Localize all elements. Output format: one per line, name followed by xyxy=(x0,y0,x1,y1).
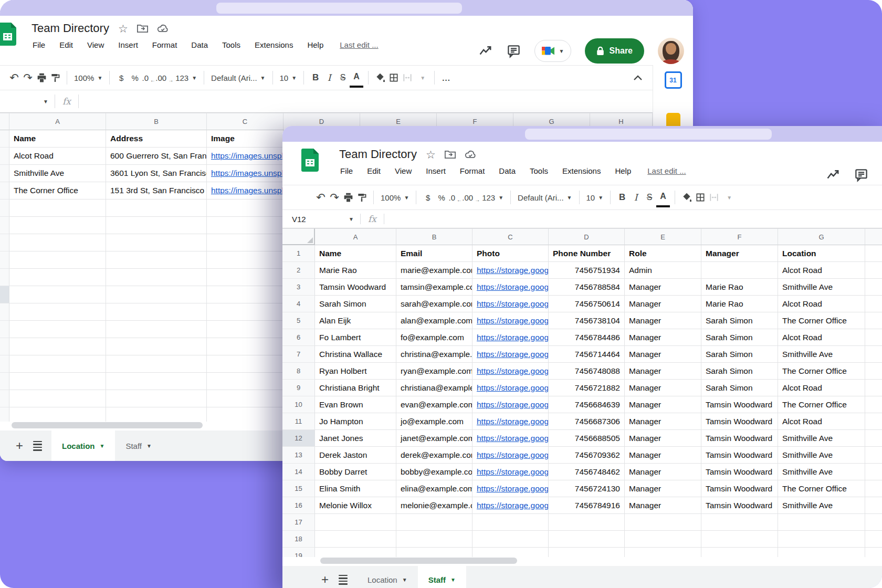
menu-insert[interactable]: Insert xyxy=(426,166,446,175)
cell[interactable] xyxy=(625,548,701,557)
cell[interactable]: 600 Guerrero St, San Francisco xyxy=(106,148,207,165)
row-header-3[interactable] xyxy=(0,165,9,182)
column-header-C[interactable]: C xyxy=(472,228,549,245)
cell[interactable]: Manager xyxy=(625,396,701,413)
more-toolbar-button[interactable]: ... xyxy=(439,69,453,87)
bold-button[interactable]: B xyxy=(309,69,322,87)
cell[interactable] xyxy=(865,548,882,557)
cell[interactable] xyxy=(396,531,472,548)
cell[interactable] xyxy=(865,413,882,430)
cell[interactable] xyxy=(207,269,284,286)
format-currency-button[interactable]: $ xyxy=(421,188,435,206)
version-history-icon[interactable] xyxy=(479,45,493,57)
cell[interactable] xyxy=(396,514,472,531)
cell[interactable] xyxy=(472,548,549,557)
column-header-B[interactable]: B xyxy=(106,113,207,130)
cell[interactable]: Sarah Simon xyxy=(701,329,778,346)
cell[interactable] xyxy=(207,200,284,217)
cell[interactable]: marie@example.com xyxy=(396,262,472,279)
menu-view[interactable]: View xyxy=(87,40,104,49)
cell[interactable]: 7456784486 xyxy=(549,329,625,346)
column-header-A[interactable]: A xyxy=(315,228,396,245)
undo-button[interactable]: ↶ xyxy=(314,188,328,206)
cell[interactable]: https://storage.googleapis.com xyxy=(472,312,549,329)
merge-cells-button[interactable] xyxy=(401,69,414,87)
cell[interactable]: Manager xyxy=(625,363,701,380)
italic-button[interactable]: I xyxy=(629,188,643,206)
row-header-18[interactable]: 18 xyxy=(282,531,315,548)
cell[interactable] xyxy=(106,269,207,286)
row-header-8[interactable] xyxy=(0,251,9,269)
paint-format-button[interactable] xyxy=(355,188,369,206)
menu-edit[interactable]: Edit xyxy=(367,166,381,175)
cell[interactable] xyxy=(106,355,207,373)
cell[interactable]: Manager xyxy=(625,480,701,497)
cell[interactable]: https://storage.googleapis.com xyxy=(472,464,549,480)
row-header-6[interactable]: 6 xyxy=(282,329,315,346)
collapse-toolbar-button[interactable] xyxy=(631,69,645,87)
cell[interactable]: https://storage.googleapis.com xyxy=(472,329,549,346)
meet-button[interactable]: ▼ xyxy=(534,40,571,62)
row-header-11[interactable] xyxy=(0,303,9,321)
cell[interactable] xyxy=(9,251,106,269)
cell[interactable]: Smithville Ave xyxy=(778,464,865,480)
move-folder-icon[interactable] xyxy=(445,150,456,159)
menu-extensions[interactable]: Extensions xyxy=(255,40,293,49)
row-header-3[interactable]: 3 xyxy=(282,279,315,296)
cell[interactable]: Alcot Road xyxy=(778,296,865,312)
cell[interactable]: Tamsin Woodward xyxy=(701,480,778,497)
cell[interactable] xyxy=(106,390,207,407)
cell[interactable]: Marie Rao xyxy=(701,279,778,296)
cell[interactable] xyxy=(106,373,207,390)
cell[interactable]: Marie Rao xyxy=(701,296,778,312)
cell[interactable]: 7456724130 xyxy=(549,480,625,497)
cell[interactable]: 151 3rd St, San Francisco xyxy=(106,182,207,200)
cell[interactable]: Sarah Simon xyxy=(701,346,778,363)
cell[interactable] xyxy=(778,514,865,531)
back-horizontal-scrollbar[interactable] xyxy=(12,422,203,428)
format-currency-button[interactable]: $ xyxy=(114,69,128,87)
sheet-tab-staff[interactable]: Staff▼ xyxy=(115,430,162,461)
increase-decimal-button[interactable]: .00→ xyxy=(462,188,480,206)
cell[interactable]: https://images.unsplash.com xyxy=(207,165,284,182)
font-select[interactable]: Default (Ari...▼ xyxy=(209,69,267,87)
font-size-select[interactable]: 10▼ xyxy=(278,69,299,87)
row-header-2[interactable] xyxy=(0,148,9,165)
cell[interactable] xyxy=(865,380,882,396)
star-icon[interactable]: ☆ xyxy=(118,23,128,34)
decrease-decimal-button[interactable]: .0← xyxy=(142,69,155,87)
cell[interactable] xyxy=(865,296,882,312)
redo-button[interactable]: ↷ xyxy=(328,188,341,206)
cell[interactable] xyxy=(865,245,882,262)
font-size-select[interactable]: 10▼ xyxy=(584,188,606,206)
cell[interactable] xyxy=(315,548,396,557)
cell[interactable]: Manager xyxy=(625,329,701,346)
calendar-icon[interactable]: 31 xyxy=(665,71,682,89)
cell[interactable] xyxy=(207,303,284,321)
cell[interactable]: Manager xyxy=(625,497,701,514)
zoom-select[interactable]: 100%▼ xyxy=(379,188,411,206)
cell[interactable] xyxy=(106,407,207,422)
cell[interactable] xyxy=(207,390,284,407)
cell[interactable]: The Corner Office xyxy=(778,363,865,380)
cell[interactable]: Alcot Road xyxy=(778,380,865,396)
decrease-decimal-button[interactable]: .0← xyxy=(448,188,462,206)
column-header-G[interactable]: G xyxy=(778,228,865,245)
cell[interactable]: https://storage.googleapis.com xyxy=(472,396,549,413)
cell[interactable] xyxy=(106,251,207,269)
undo-button[interactable]: ↶ xyxy=(7,69,21,87)
cell[interactable]: Manager xyxy=(625,464,701,480)
cell[interactable] xyxy=(865,464,882,480)
cell[interactable] xyxy=(865,363,882,380)
row-header-5[interactable]: 5 xyxy=(282,312,315,329)
cell[interactable] xyxy=(625,514,701,531)
cell[interactable]: 7456709362 xyxy=(549,447,625,464)
cell[interactable]: Photo xyxy=(472,245,549,262)
browser-tab[interactable] xyxy=(216,3,462,14)
cell[interactable] xyxy=(207,251,284,269)
cell[interactable]: 7456751934 xyxy=(549,262,625,279)
cell[interactable]: evan@example.com xyxy=(396,396,472,413)
row-header-10[interactable] xyxy=(0,286,9,303)
cell[interactable]: Manager xyxy=(625,380,701,396)
cell[interactable] xyxy=(106,321,207,338)
